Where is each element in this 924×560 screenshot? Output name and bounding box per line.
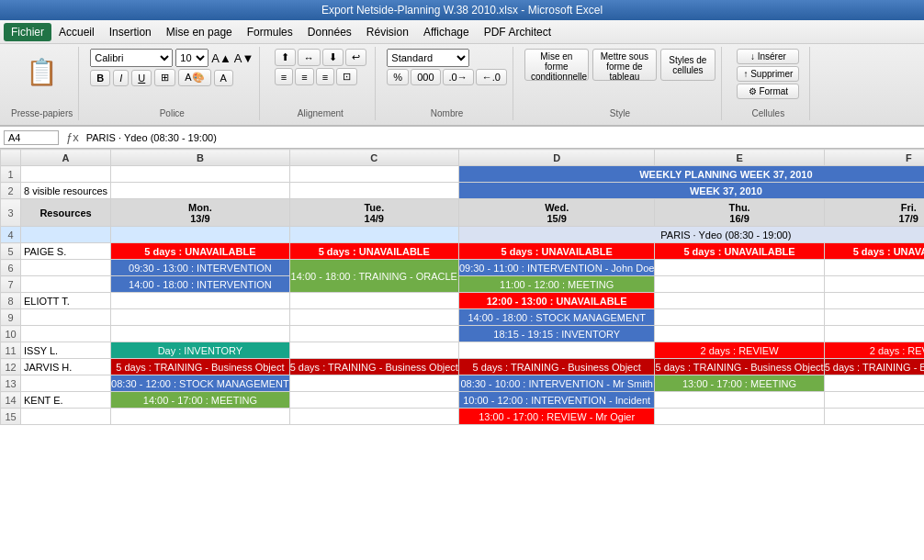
cell-a1[interactable] — [21, 166, 111, 183]
cell-e13-meeting[interactable]: 13:00 - 17:00 : MEETING — [655, 375, 824, 392]
cell-c1[interactable] — [289, 166, 458, 183]
fill-color-button[interactable]: A🎨 — [178, 69, 210, 86]
cell-b10[interactable] — [111, 326, 290, 342]
font-size-select[interactable]: 10 — [175, 49, 208, 67]
cell-d7-meeting[interactable]: 11:00 - 12:00 : MEETING — [458, 276, 655, 293]
cell-e6[interactable] — [655, 260, 824, 276]
bold-button[interactable]: B — [90, 70, 110, 86]
menu-insertion[interactable]: Insertion — [102, 23, 159, 41]
number-format-select[interactable]: Standard — [387, 49, 469, 67]
cell-e10[interactable] — [655, 326, 824, 342]
cell-a15[interactable] — [21, 409, 111, 425]
menu-accueil[interactable]: Accueil — [51, 23, 102, 41]
cell-f9[interactable] — [824, 309, 924, 326]
cell-f8[interactable] — [824, 293, 924, 309]
cell-c5-unavail[interactable]: 5 days : UNAVAILABLE — [289, 243, 458, 260]
menu-fichier[interactable]: Fichier — [4, 23, 51, 41]
menu-donnees[interactable]: Données — [300, 23, 359, 41]
cell-d5-unavail[interactable]: 5 days : UNAVAILABLE — [458, 243, 655, 260]
cell-a9[interactable] — [21, 309, 111, 326]
cell-e5-unavail[interactable]: 5 days : UNAVAILABLE — [655, 243, 824, 260]
cell-e3-thu[interactable]: Thu.16/9 — [655, 199, 824, 227]
cell-a10[interactable] — [21, 326, 111, 342]
cell-a7[interactable] — [21, 276, 111, 293]
cell-f15[interactable] — [824, 409, 924, 425]
cell-b11-inventory[interactable]: Day : INVENTORY — [111, 342, 290, 359]
cell-b12-training-bo[interactable]: 5 days : TRAINING - Business Object — [111, 359, 290, 375]
align-right-button[interactable]: ≡ — [316, 68, 334, 85]
cell-b2[interactable] — [111, 183, 290, 199]
paste-button[interactable]: 📋 — [20, 49, 63, 95]
cell-d6-intervention-john[interactable]: 09:30 - 11:00 : INTERVENTION - John Doe — [458, 260, 655, 276]
cell-a13[interactable] — [21, 375, 111, 392]
cell-a3-resources[interactable]: Resources — [21, 199, 111, 227]
cell-b14-meeting[interactable]: 14:00 - 17:00 : MEETING — [111, 392, 290, 409]
cell-f6[interactable] — [824, 260, 924, 276]
cell-c4[interactable] — [289, 227, 458, 243]
cell-e11-review[interactable]: 2 days : REVIEW — [655, 342, 824, 359]
thousands-button[interactable]: 000 — [411, 69, 440, 85]
insert-button[interactable]: ↓ Insérer — [737, 49, 799, 64]
delete-button[interactable]: ↑ Supprimer — [737, 66, 799, 82]
cell-b4[interactable] — [111, 227, 290, 243]
cell-f10[interactable] — [824, 326, 924, 342]
cell-d10-inventory[interactable]: 18:15 - 19:15 : INVENTORY — [458, 326, 655, 342]
col-header-a[interactable]: A — [21, 150, 111, 166]
spreadsheet-container[interactable]: A B C D E F 1 WEEKLY PLANNING WEEK 37, 2… — [0, 149, 924, 557]
cell-d1-weekly-title[interactable]: WEEKLY PLANNING WEEK 37, 2010 — [458, 166, 924, 183]
cell-c15[interactable] — [289, 409, 458, 425]
percent-button[interactable]: % — [387, 69, 409, 85]
cell-c9[interactable] — [289, 309, 458, 326]
align-left-button[interactable]: ≡ — [275, 68, 293, 85]
cell-d9-stock[interactable]: 14:00 - 18:00 : STOCK MANAGEMENT — [458, 309, 655, 326]
font-family-select[interactable]: Calibri — [90, 49, 173, 67]
cell-styles-button[interactable]: Styles de cellules — [660, 49, 716, 81]
menu-affichage[interactable]: Affichage — [416, 23, 477, 41]
cell-b13-stock[interactable]: 08:30 - 12:00 : STOCK MANAGEMENT — [111, 375, 290, 392]
cell-a12-jarvis[interactable]: JARVIS H. — [21, 359, 111, 375]
cell-c2[interactable] — [289, 183, 458, 199]
cell-b7-intervention2[interactable]: 14:00 - 18:00 : INTERVENTION — [111, 276, 290, 293]
cell-d11[interactable] — [458, 342, 655, 359]
col-header-c[interactable]: C — [289, 150, 458, 166]
align-middle-button[interactable]: ↔ — [298, 49, 321, 66]
cell-a2[interactable]: 8 visible resources — [21, 183, 111, 199]
cell-d15-review[interactable]: 13:00 - 17:00 : REVIEW - Mr Ogier — [458, 409, 655, 425]
cell-b6-intervention[interactable]: 09:30 - 13:00 : INTERVENTION — [111, 260, 290, 276]
cell-b5-unavail[interactable]: 5 days : UNAVAILABLE — [111, 243, 290, 260]
increase-decimal-button[interactable]: .0→ — [443, 69, 474, 85]
col-header-b[interactable]: B — [111, 150, 290, 166]
grow-font-icon[interactable]: A▲ — [211, 51, 231, 65]
cell-a5-paige[interactable]: PAIGE S. — [21, 243, 111, 260]
cell-a6[interactable] — [21, 260, 111, 276]
cell-d8-unavail[interactable]: 12:00 - 13:00 : UNAVAILABLE — [458, 293, 655, 309]
align-center-button[interactable]: ≡ — [295, 68, 313, 85]
cell-f7[interactable] — [824, 276, 924, 293]
cell-c13[interactable] — [289, 375, 458, 392]
cell-d2-week-label[interactable]: WEEK 37, 2010 — [458, 183, 924, 199]
decrease-decimal-button[interactable]: ←.0 — [476, 69, 507, 85]
cell-e15[interactable] — [655, 409, 824, 425]
conditional-format-button[interactable]: Mise en forme conditionnelle — [524, 49, 589, 81]
menu-revision[interactable]: Révision — [359, 23, 416, 41]
shrink-font-icon[interactable]: A▼ — [234, 51, 254, 65]
menu-pdf[interactable]: PDF Architect — [477, 23, 558, 41]
cell-e9[interactable] — [655, 309, 824, 326]
cell-b9[interactable] — [111, 309, 290, 326]
cell-e14[interactable] — [655, 392, 824, 409]
table-format-button[interactable]: Mettre sous forme de tableau — [592, 49, 657, 81]
border-button[interactable]: ⊞ — [154, 69, 175, 86]
cell-a8-eliott[interactable]: ELIOTT T. — [21, 293, 111, 309]
cell-b15[interactable] — [111, 409, 290, 425]
merge-button[interactable]: ⊡ — [336, 68, 357, 85]
cell-c14[interactable] — [289, 392, 458, 409]
cell-b1[interactable] — [111, 166, 290, 183]
cell-c8[interactable] — [289, 293, 458, 309]
cell-d13-intervention[interactable]: 08:30 - 10:00 : INTERVENTION - Mr Smith — [458, 375, 655, 392]
cell-f13[interactable] — [824, 375, 924, 392]
cell-c11[interactable] — [289, 342, 458, 359]
cell-f12-training-bo[interactable]: 5 days : TRAINING - Business Object — [824, 359, 924, 375]
cell-f11-review[interactable]: 2 days : REVIEW — [824, 342, 924, 359]
cell-c10[interactable] — [289, 326, 458, 342]
cell-a4[interactable] — [21, 227, 111, 243]
